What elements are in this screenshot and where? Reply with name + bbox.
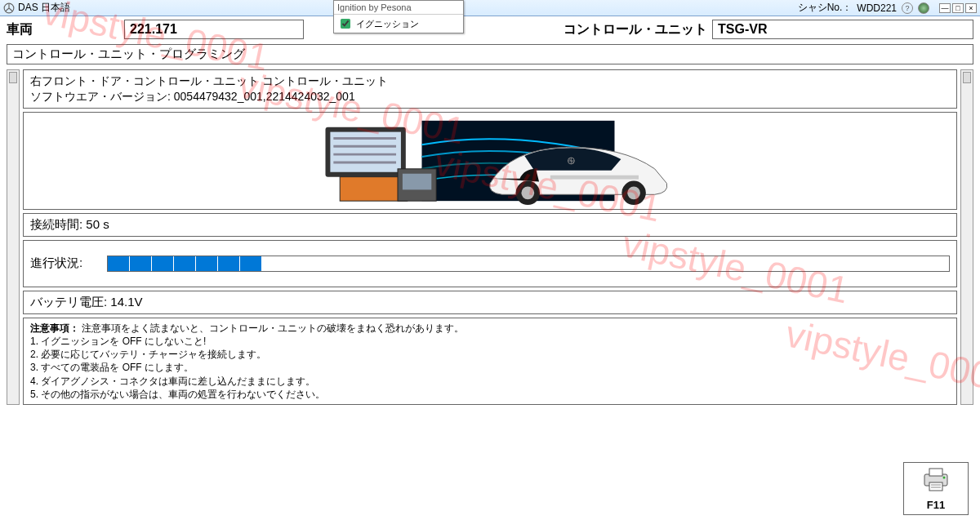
- progress-tick: [218, 256, 239, 271]
- svg-rect-20: [929, 482, 942, 491]
- close-button[interactable]: ×: [965, 3, 977, 13]
- notice-header: 注意事項：: [30, 322, 79, 334]
- chassis-value: WDD221: [857, 2, 897, 14]
- connection-value: 50 s: [86, 217, 109, 231]
- chassis-label: シャシNo.：: [798, 1, 853, 15]
- progress-tick: [130, 256, 151, 271]
- svg-point-23: [943, 477, 946, 479]
- ignition-checkbox[interactable]: [341, 19, 350, 29]
- banner-panel: [23, 112, 957, 210]
- minimize-button[interactable]: —: [939, 3, 951, 13]
- progress-tick: [152, 256, 173, 271]
- section-title: コントロール・ユニット・プログラミング: [7, 44, 973, 64]
- notice-item: 2. 必要に応じてバッテリ・チャージャを接続します。: [30, 348, 950, 361]
- notice-panel: 注意事項： 注意事項をよく読まないと、コントロール・ユニットの破壊をまねく恐れが…: [23, 318, 957, 405]
- notice-item: 3. すべての電装品を OFF にします。: [30, 361, 950, 374]
- app-logo-icon: [3, 2, 15, 14]
- progress-tick: [174, 256, 195, 271]
- connection-panel: 接続時間: 50 s: [23, 213, 957, 237]
- f11-button[interactable]: F11: [903, 462, 969, 515]
- svg-rect-19: [929, 469, 942, 476]
- banner-illustration-icon: [301, 113, 679, 209]
- window-titlebar: DAS 日本語 シャシNo.： WDD221 ? — □ ×: [0, 0, 980, 16]
- notice-item: 5. その他の指示がない場合は、車両の処置を行わないでください。: [30, 388, 950, 401]
- ignition-dropdown[interactable]: Ignition by Pesona イグニッション: [333, 0, 464, 33]
- vehicle-label: 車両: [7, 21, 33, 38]
- notice-item: 1. イグニッションを OFF にしないこと!: [30, 335, 950, 348]
- ecu-description: 右フロント・ドア・コントロール・ユニット コントロール・ユニット: [30, 73, 950, 89]
- work-area: 右フロント・ドア・コントロール・ユニット コントロール・ユニット ソフトウエア・…: [7, 69, 973, 405]
- svg-rect-11: [403, 174, 431, 190]
- sw-version-value: 0054479432_001,2214424032_001: [174, 90, 355, 103]
- f11-label: F11: [927, 499, 945, 511]
- svg-rect-16: [550, 175, 639, 179]
- software-version-panel: 右フロント・ドア・コントロール・ユニット コントロール・ユニット ソフトウエア・…: [23, 69, 957, 109]
- notice-item: 4. ダイアグノシス・コネクタは車両に差し込んだままにします。: [30, 375, 950, 388]
- left-scrollbar[interactable]: [7, 69, 20, 405]
- connection-label: 接続時間:: [30, 217, 82, 231]
- right-scrollbar[interactable]: [960, 69, 973, 405]
- svg-rect-9: [340, 176, 408, 200]
- progress-label: 進行状況:: [30, 256, 96, 271]
- function-key-bar: F11: [903, 462, 969, 515]
- battery-label: バッテリ電圧:: [30, 295, 107, 309]
- battery-value: 14.1V: [110, 295, 142, 309]
- dropdown-title: Ignition by Pesona: [334, 1, 463, 15]
- progress-bar: [107, 256, 950, 272]
- ecu-field: TSG-VR: [712, 20, 973, 39]
- progress-tick: [240, 256, 261, 271]
- header-row: 車両 221.171 コントロール・ユニット TSG-VR: [0, 16, 980, 44]
- ignition-checkbox-label: イグニッション: [356, 18, 419, 30]
- svg-point-13: [521, 186, 534, 199]
- printer-icon: [920, 466, 952, 492]
- app-title: DAS 日本語: [18, 1, 70, 15]
- svg-point-15: [627, 186, 640, 199]
- maximize-button[interactable]: □: [952, 3, 964, 13]
- vehicle-field: 221.171: [124, 20, 304, 39]
- progress-panel: 進行状況:: [23, 240, 957, 287]
- notice-header-text: 注意事項をよく読まないと、コントロール・ユニットの破壊をまねく恐れがあります。: [82, 322, 464, 334]
- battery-panel: バッテリ電圧: 14.1V: [23, 291, 957, 314]
- ecu-label: コントロール・ユニット: [564, 21, 707, 38]
- progress-tick: [196, 256, 217, 271]
- sw-version-label: ソフトウエア・バージョン:: [30, 90, 171, 103]
- help-icon[interactable]: ?: [902, 2, 913, 14]
- dropdown-item-ignition[interactable]: イグニッション: [334, 15, 463, 33]
- progress-tick: [108, 256, 129, 271]
- globe-icon[interactable]: [918, 2, 929, 14]
